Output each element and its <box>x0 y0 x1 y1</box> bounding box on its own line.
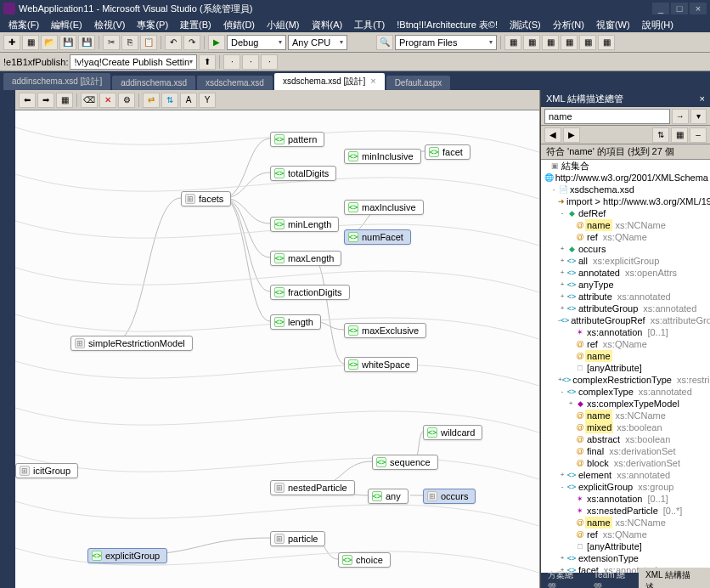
opt3-button[interactable]: – <box>690 127 707 143</box>
launch-combo[interactable]: Program Files <box>395 35 497 50</box>
tree-twisty[interactable]: + <box>558 552 566 564</box>
schema-node-minLength[interactable]: <>minLength <box>270 217 339 232</box>
tb-misc-5[interactable]: ▦ <box>579 35 596 50</box>
schema-node-length[interactable]: <>length <box>270 314 321 330</box>
document-tab[interactable]: xsdschema.xsd <box>197 76 273 90</box>
tree-row[interactable]: @name <box>541 350 710 362</box>
undo-button[interactable]: ↶ <box>165 35 182 50</box>
dt-clear[interactable]: ⌫ <box>81 93 98 108</box>
schema-node-facets[interactable]: ⊞facets <box>181 191 231 206</box>
tree-row[interactable]: +<>attributeGroupxs:annotated <box>541 302 710 314</box>
cut-button[interactable]: ✂ <box>103 35 120 50</box>
schema-node-wildcard[interactable]: <>wildcard <box>423 425 482 440</box>
menu-item[interactable]: 資料(A) <box>307 17 348 33</box>
search-opt-button[interactable]: ▾ <box>690 109 707 124</box>
tree-row[interactable]: ✶xs:annotation[0..1] <box>541 326 710 338</box>
tree-row[interactable]: @namexs:NCName <box>541 517 710 529</box>
tb-misc-2[interactable]: ▦ <box>523 35 540 50</box>
opt2-button[interactable]: ▦ <box>671 127 688 143</box>
dt-filter[interactable]: ⚙ <box>118 93 135 108</box>
tree-row[interactable]: +◆occurs <box>541 243 710 255</box>
menu-item[interactable]: 檢視(V) <box>89 17 131 33</box>
schema-node-occurs[interactable]: ⊞occurs <box>423 489 476 504</box>
add-item-button[interactable]: ▦ <box>22 35 39 50</box>
document-tab[interactable]: addinschema.xsd <box>112 76 195 90</box>
left-tool-strip[interactable] <box>0 90 15 588</box>
tree-row[interactable]: ✶xs:nestedParticle[0..*] <box>541 505 710 517</box>
tree-twisty[interactable]: - <box>549 184 558 195</box>
dt-opt[interactable]: Y <box>199 93 216 108</box>
dt-layout-lr[interactable]: ⇄ <box>143 93 160 108</box>
menu-item[interactable]: 說明(H) <box>637 17 679 33</box>
menu-item[interactable]: 建置(B) <box>175 17 217 33</box>
menu-item[interactable]: 測試(S) <box>504 17 546 33</box>
schema-node-icitGroup[interactable]: ⊞icitGroup <box>15 463 78 478</box>
tree-row[interactable]: -<>complexTypexs:annotated <box>541 386 710 398</box>
save-button[interactable]: 💾 <box>59 35 76 50</box>
close-button[interactable]: × <box>690 3 707 14</box>
tb-misc-4[interactable]: ▦ <box>561 35 578 50</box>
tree-row[interactable]: @namexs:NCName <box>541 410 710 421</box>
tree-row[interactable]: @finalxs:derivationSet <box>541 445 710 457</box>
schema-node-numFacet[interactable]: <>numFacet <box>344 229 411 245</box>
tab-close-icon[interactable]: × <box>370 76 375 86</box>
schema-node-sequence[interactable]: <>sequence <box>372 455 438 470</box>
dt-layout-tb[interactable]: ⇅ <box>161 93 178 108</box>
schema-node-nestedParticle[interactable]: ⊞nestedParticle <box>270 480 355 495</box>
tree-row[interactable]: 🌐http://www.w3.org/2001/XMLSchema <box>541 172 710 184</box>
tree-twisty[interactable]: + <box>558 243 566 255</box>
tree-row[interactable]: -📄xsdschema.xsd <box>541 184 710 195</box>
tree-row[interactable]: +<>attributexs:annotated <box>541 291 710 302</box>
save-all-button[interactable]: 💾 <box>78 35 95 50</box>
tree-row[interactable]: ➜import > http://www.w3.org/XML/1998/nam… <box>541 195 710 207</box>
tree-row[interactable]: @mixedxs:boolean <box>541 421 710 433</box>
schema-node-facet[interactable]: <>facet <box>425 144 471 160</box>
pt-2[interactable]: · <box>242 54 259 70</box>
new-project-button[interactable]: ✚ <box>3 35 20 50</box>
schema-node-choice[interactable]: <>choice <box>338 552 391 568</box>
tree-twisty[interactable]: - <box>558 207 566 219</box>
minimize-button[interactable]: _ <box>652 3 669 14</box>
schema-node-totalDigits[interactable]: <>totalDigits <box>270 166 336 181</box>
schema-node-simpleRestrictionModel[interactable]: ⊞simpleRestrictionModel <box>70 336 193 351</box>
redo-button[interactable]: ↷ <box>183 35 200 50</box>
document-tab[interactable]: addinschema.xsd [設計] <box>3 73 110 90</box>
tree-row[interactable]: ✶xs:annotation[0..1] <box>541 493 710 505</box>
tree-row[interactable]: -<>attributeGroupRefxs:attributeGroup <box>541 314 710 326</box>
tree-row[interactable]: @blockxs:derivationSet <box>541 457 710 469</box>
schema-node-minInclusive[interactable]: <>minInclusive <box>344 149 421 164</box>
pt-1[interactable]: · <box>223 54 240 70</box>
platform-combo[interactable]: Any CPU <box>288 35 347 50</box>
dt-back[interactable]: ⬅ <box>19 93 36 108</box>
tree-twisty[interactable]: + <box>558 302 566 314</box>
tree-twisty[interactable]: - <box>558 386 566 398</box>
tree-row[interactable]: +<>extensionType <box>541 552 710 564</box>
open-button[interactable]: 📂 <box>41 35 58 50</box>
search-input[interactable] <box>544 109 670 124</box>
document-tab[interactable]: Default.aspx <box>386 76 451 90</box>
tree-row[interactable]: @namexs:NCName <box>541 219 710 231</box>
next-result-button[interactable]: ▶ <box>563 127 580 143</box>
menu-item[interactable]: 專案(P) <box>132 17 173 33</box>
tb-misc-1[interactable]: ▦ <box>504 35 521 50</box>
publish-target-combo[interactable]: !v!yaq!Create Publish Settin <box>70 54 197 70</box>
menu-item[interactable]: 分析(N) <box>548 17 589 33</box>
paste-button[interactable]: 📋 <box>140 35 157 50</box>
tree-twisty[interactable]: + <box>558 291 566 302</box>
tree-row[interactable]: □[anyAttribute] <box>541 540 710 552</box>
schema-node-fractionDigits[interactable]: <>fractionDigits <box>270 285 350 300</box>
tree-row[interactable]: +<>elementxs:annotated <box>541 469 710 481</box>
tree-row[interactable]: □[anyAttribute] <box>541 362 710 374</box>
schema-node-particle[interactable]: ⊞particle <box>270 531 325 546</box>
publish-button[interactable]: ⬆ <box>199 54 216 70</box>
find-button[interactable]: 🔍 <box>376 35 393 50</box>
prev-result-button[interactable]: ◀ <box>544 127 561 143</box>
tree-row[interactable]: @refxs:QName <box>541 338 710 350</box>
schema-node-any[interactable]: <>any <box>368 489 409 504</box>
tree-twisty[interactable]: + <box>558 267 566 279</box>
schema-node-pattern[interactable]: <>pattern <box>270 132 324 147</box>
menu-item[interactable]: !Btnq!I!Architecture 表©! <box>392 17 503 33</box>
dt-view[interactable]: ▦ <box>56 93 73 108</box>
tree-row[interactable]: @refxs:QName <box>541 529 710 540</box>
panel-tab[interactable]: Team 總管 <box>587 568 639 588</box>
